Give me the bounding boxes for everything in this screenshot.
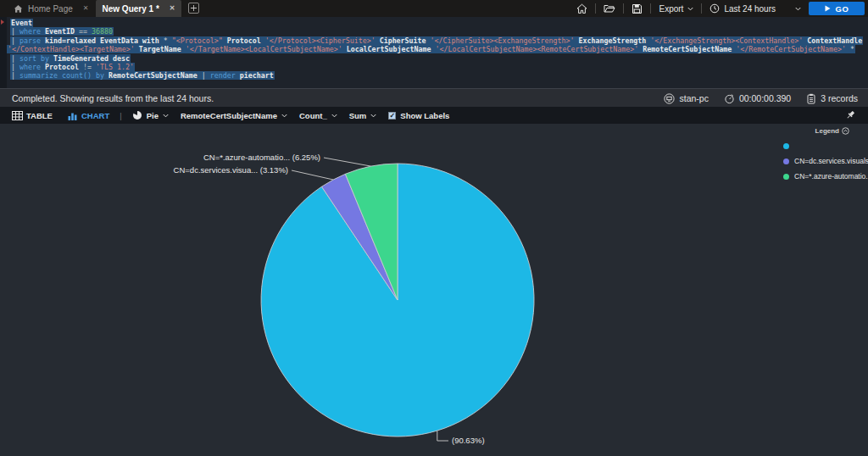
results-status-bar: Completed. Showing results from the last… — [0, 88, 868, 107]
pin-button[interactable] — [846, 110, 856, 120]
split-by-dropdown[interactable]: RemoteCertSubjectName — [181, 111, 287, 120]
machine-name: stan-pc — [679, 93, 708, 103]
record-count: 3 records — [806, 93, 858, 104]
chart-legend: Legend CN=dc.services.visualst...CN=*.az… — [778, 127, 868, 183]
divider — [650, 3, 651, 14]
callout-line — [292, 170, 333, 180]
pie-chart: (90.63%)CN=dc.services.visua... (3.13%)C… — [0, 124, 868, 456]
tab-home-page[interactable]: Home Page ✕ — [7, 0, 96, 17]
stopwatch-icon — [724, 93, 735, 104]
chevron-down-icon — [795, 7, 801, 11]
machine-info: stan-pc — [664, 93, 708, 104]
legend-dot-icon — [783, 158, 789, 164]
legend-label: CN=*.azure-automatio... — [794, 172, 868, 181]
plus-icon — [191, 5, 197, 11]
callout-line — [437, 431, 448, 441]
legend-dot-icon — [783, 143, 789, 149]
slice-label: CN=dc.services.visua... (3.13%) — [174, 165, 288, 175]
divider — [595, 3, 596, 14]
new-tab-button[interactable] — [188, 3, 199, 14]
value-field: Count_ — [299, 111, 327, 120]
table-icon — [12, 111, 23, 120]
status-message: Completed. Showing results from the last… — [12, 93, 214, 103]
chart-type-dropdown[interactable]: Pie — [132, 110, 169, 120]
table-view-button[interactable]: TABLE — [12, 111, 53, 120]
play-icon — [825, 5, 831, 12]
legend-collapse-icon[interactable] — [842, 127, 849, 135]
chevron-down-icon — [687, 7, 693, 11]
code-line: | summarize count() by RemoteCertSubject… — [7, 71, 868, 80]
folder-open-icon — [604, 3, 615, 14]
close-icon[interactable]: ✕ — [170, 5, 175, 12]
code-line: Event — [7, 19, 868, 27]
pin-icon — [846, 110, 856, 120]
chevron-down-icon — [331, 114, 337, 118]
save-button[interactable] — [632, 3, 643, 14]
chevron-down-icon — [370, 114, 376, 118]
home-icon — [576, 3, 587, 14]
callout-line — [324, 158, 371, 166]
query-editor[interactable]: Event| where EventID == 36880| parse kin… — [0, 17, 868, 88]
time-range-picker[interactable]: Last 24 hours — [709, 3, 801, 14]
clipboard-icon — [806, 93, 816, 104]
code-line: | where Protocol != 'TLS 1.2' — [7, 63, 868, 71]
code-line: '</ContextHandle><TargetName>' TargetNam… — [7, 45, 868, 53]
bar-chart-icon — [68, 111, 78, 120]
computer-icon — [664, 93, 675, 104]
gutter-marker-icon — [1, 19, 4, 25]
tab-bar: Home Page ✕ New Query 1 * ✕ Export — [0, 0, 868, 17]
export-label: Export — [659, 4, 683, 14]
code-line: | where EventID == 36880 — [7, 27, 868, 36]
open-file-button[interactable] — [604, 3, 615, 14]
aggregation-value: Sum — [349, 111, 367, 120]
divider — [623, 3, 624, 14]
records-value: 3 records — [821, 93, 858, 103]
table-label: TABLE — [26, 111, 53, 120]
tab-label: New Query 1 * — [103, 4, 159, 14]
slice-label: (90.63%) — [452, 436, 485, 445]
divider: | — [120, 111, 121, 120]
value-field-dropdown[interactable]: Count_ — [299, 111, 337, 120]
chart-view-button[interactable]: CHART — [68, 111, 109, 120]
duration-value: 00:00:00.390 — [739, 93, 791, 103]
export-button[interactable]: Export — [659, 4, 693, 14]
checkbox-checked-icon: ✓ — [388, 112, 396, 120]
tab-label: Home Page — [28, 4, 73, 14]
go-button[interactable]: GO — [809, 2, 865, 15]
split-by-value: RemoteCertSubjectName — [181, 111, 277, 120]
legend-item[interactable] — [778, 139, 868, 153]
chevron-down-icon — [163, 114, 169, 118]
legend-item[interactable]: CN=dc.services.visualst... — [778, 154, 868, 168]
code-line: | parse kind=relaxed EventData with * "<… — [7, 36, 868, 45]
slice-label: CN=*.azure-automatio... (6.25%) — [203, 153, 320, 162]
home-button[interactable] — [576, 3, 587, 14]
code-line: | sort by TimeGenerated desc — [7, 54, 868, 63]
go-label: GO — [836, 4, 849, 14]
legend-title: Legend — [815, 127, 839, 135]
chevron-down-icon — [281, 114, 287, 118]
aggregation-dropdown[interactable]: Sum — [349, 111, 377, 120]
save-icon — [632, 3, 643, 14]
tab-new-query[interactable]: New Query 1 * ✕ — [96, 0, 182, 17]
legend-item[interactable]: CN=*.azure-automatio... — [778, 170, 868, 183]
clock-icon — [709, 3, 720, 14]
chart-label: CHART — [81, 111, 109, 120]
legend-dot-icon — [783, 174, 789, 180]
query-text: Event| where EventID == 36880| parse kin… — [7, 19, 868, 81]
pie-icon — [132, 110, 142, 120]
show-labels-label: Show Labels — [400, 111, 449, 120]
chart-toolbar: TABLE CHART | Pie RemoteCertSubjectName … — [0, 107, 868, 124]
legend-label: CN=dc.services.visualst... — [794, 157, 868, 165]
show-labels-toggle[interactable]: ✓ Show Labels — [388, 111, 449, 120]
editor-gutter — [0, 17, 7, 88]
close-icon[interactable]: ✕ — [83, 5, 89, 12]
chart-area: (90.63%)CN=dc.services.visua... (3.13%)C… — [0, 124, 868, 456]
divider — [701, 3, 702, 14]
time-range-label: Last 24 hours — [724, 4, 776, 14]
chart-type-value: Pie — [147, 111, 159, 120]
home-icon — [14, 4, 23, 14]
query-duration: 00:00:00.390 — [724, 93, 791, 104]
